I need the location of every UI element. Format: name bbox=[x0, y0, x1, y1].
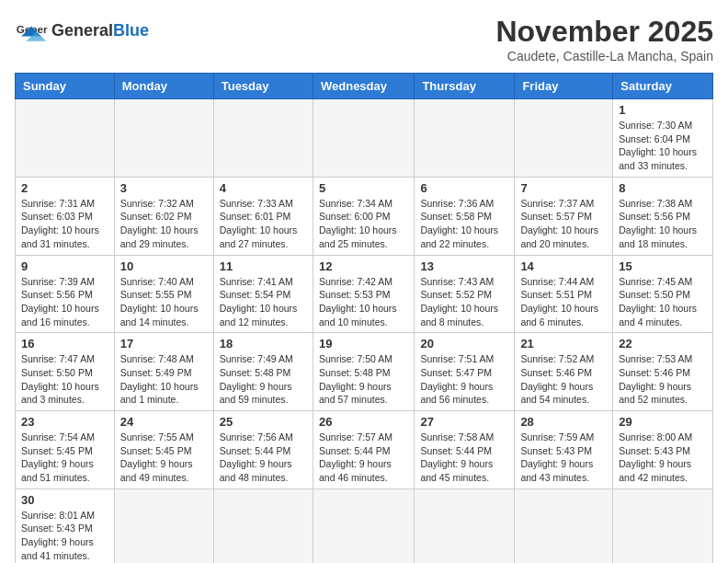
calendar-cell: 18Sunrise: 7:49 AM Sunset: 5:48 PM Dayli… bbox=[213, 333, 313, 411]
calendar-cell bbox=[16, 99, 115, 178]
day-info: Sunrise: 7:41 AM Sunset: 5:54 PM Dayligh… bbox=[220, 275, 307, 329]
title-area: November 2025 Caudete, Castille-La Manch… bbox=[495, 15, 713, 63]
calendar-cell bbox=[613, 488, 713, 563]
day-info: Sunrise: 7:42 AM Sunset: 5:53 PM Dayligh… bbox=[319, 275, 408, 329]
day-info: Sunrise: 7:49 AM Sunset: 5:48 PM Dayligh… bbox=[220, 352, 307, 407]
day-number: 13 bbox=[420, 259, 508, 273]
weekday-header-monday: Monday bbox=[114, 74, 213, 99]
day-number: 20 bbox=[420, 337, 508, 350]
day-number: 28 bbox=[520, 415, 607, 429]
calendar-cell bbox=[114, 99, 213, 178]
day-number: 12 bbox=[319, 259, 408, 273]
logo-blue: Blue bbox=[113, 21, 149, 40]
calendar-cell bbox=[313, 488, 414, 563]
day-number: 10 bbox=[120, 259, 208, 273]
day-number: 27 bbox=[420, 415, 508, 429]
day-info: Sunrise: 7:53 AM Sunset: 5:46 PM Dayligh… bbox=[619, 352, 707, 407]
day-number: 2 bbox=[21, 181, 108, 195]
day-info: Sunrise: 7:58 AM Sunset: 5:44 PM Dayligh… bbox=[420, 431, 508, 485]
day-info: Sunrise: 7:36 AM Sunset: 5:58 PM Dayligh… bbox=[420, 197, 508, 251]
day-info: Sunrise: 7:32 AM Sunset: 6:02 PM Dayligh… bbox=[120, 197, 208, 251]
calendar-cell: 13Sunrise: 7:43 AM Sunset: 5:52 PM Dayli… bbox=[415, 255, 515, 333]
day-info: Sunrise: 7:59 AM Sunset: 5:43 PM Dayligh… bbox=[520, 431, 607, 485]
day-info: Sunrise: 7:48 AM Sunset: 5:49 PM Dayligh… bbox=[120, 352, 208, 407]
day-number: 9 bbox=[21, 259, 108, 273]
day-info: Sunrise: 7:44 AM Sunset: 5:51 PM Dayligh… bbox=[520, 275, 607, 329]
calendar-cell bbox=[415, 99, 515, 178]
calendar-cell: 1Sunrise: 7:30 AM Sunset: 6:04 PM Daylig… bbox=[613, 99, 713, 178]
month-title: November 2025 bbox=[495, 15, 713, 49]
weekday-header-friday: Friday bbox=[515, 74, 613, 99]
day-info: Sunrise: 7:54 AM Sunset: 5:45 PM Dayligh… bbox=[21, 431, 108, 485]
day-number: 11 bbox=[220, 259, 307, 273]
day-number: 21 bbox=[520, 337, 607, 350]
calendar-cell: 16Sunrise: 7:47 AM Sunset: 5:50 PM Dayli… bbox=[16, 333, 115, 411]
day-number: 18 bbox=[220, 337, 307, 350]
weekday-header-thursday: Thursday bbox=[415, 74, 515, 99]
day-info: Sunrise: 8:00 AM Sunset: 5:43 PM Dayligh… bbox=[619, 431, 707, 485]
day-info: Sunrise: 7:45 AM Sunset: 5:50 PM Dayligh… bbox=[619, 275, 707, 329]
calendar-cell: 27Sunrise: 7:58 AM Sunset: 5:44 PM Dayli… bbox=[415, 411, 515, 489]
day-number: 19 bbox=[319, 337, 408, 350]
calendar-cell: 26Sunrise: 7:57 AM Sunset: 5:44 PM Dayli… bbox=[313, 411, 414, 489]
day-number: 17 bbox=[120, 337, 208, 350]
calendar-week-2: 9Sunrise: 7:39 AM Sunset: 5:56 PM Daylig… bbox=[16, 255, 713, 333]
day-info: Sunrise: 7:34 AM Sunset: 6:00 PM Dayligh… bbox=[319, 197, 408, 251]
day-number: 15 bbox=[619, 259, 707, 273]
day-info: Sunrise: 7:51 AM Sunset: 5:47 PM Dayligh… bbox=[420, 352, 508, 407]
calendar-cell bbox=[515, 488, 613, 563]
weekday-header-wednesday: Wednesday bbox=[313, 74, 414, 99]
weekday-header-sunday: Sunday bbox=[16, 74, 115, 99]
calendar-cell: 6Sunrise: 7:36 AM Sunset: 5:58 PM Daylig… bbox=[415, 177, 515, 255]
calendar-week-3: 16Sunrise: 7:47 AM Sunset: 5:50 PM Dayli… bbox=[16, 333, 713, 411]
calendar-cell: 4Sunrise: 7:33 AM Sunset: 6:01 PM Daylig… bbox=[213, 177, 313, 255]
calendar-cell bbox=[515, 99, 613, 178]
calendar-cell: 30Sunrise: 8:01 AM Sunset: 5:43 PM Dayli… bbox=[16, 488, 115, 563]
day-info: Sunrise: 7:30 AM Sunset: 6:04 PM Dayligh… bbox=[619, 119, 707, 173]
calendar-cell: 19Sunrise: 7:50 AM Sunset: 5:48 PM Dayli… bbox=[313, 333, 414, 411]
location-subtitle: Caudete, Castille-La Mancha, Spain bbox=[495, 49, 713, 63]
day-number: 7 bbox=[520, 181, 607, 195]
day-info: Sunrise: 7:38 AM Sunset: 5:56 PM Dayligh… bbox=[619, 197, 707, 251]
calendar-cell: 28Sunrise: 7:59 AM Sunset: 5:43 PM Dayli… bbox=[515, 411, 613, 489]
day-number: 1 bbox=[619, 103, 707, 117]
day-number: 6 bbox=[420, 181, 508, 195]
day-number: 25 bbox=[220, 415, 307, 429]
calendar-week-1: 2Sunrise: 7:31 AM Sunset: 6:03 PM Daylig… bbox=[16, 177, 713, 255]
calendar-cell: 8Sunrise: 7:38 AM Sunset: 5:56 PM Daylig… bbox=[613, 177, 713, 255]
day-number: 5 bbox=[319, 181, 408, 195]
calendar-week-0: 1Sunrise: 7:30 AM Sunset: 6:04 PM Daylig… bbox=[16, 99, 713, 178]
day-info: Sunrise: 7:33 AM Sunset: 6:01 PM Dayligh… bbox=[220, 197, 307, 251]
day-number: 23 bbox=[21, 415, 108, 429]
calendar-cell: 12Sunrise: 7:42 AM Sunset: 5:53 PM Dayli… bbox=[313, 255, 414, 333]
calendar-cell: 2Sunrise: 7:31 AM Sunset: 6:03 PM Daylig… bbox=[16, 177, 115, 255]
calendar-cell: 20Sunrise: 7:51 AM Sunset: 5:47 PM Dayli… bbox=[415, 333, 515, 411]
day-number: 3 bbox=[120, 181, 208, 195]
day-info: Sunrise: 7:57 AM Sunset: 5:44 PM Dayligh… bbox=[319, 431, 408, 485]
calendar-cell: 14Sunrise: 7:44 AM Sunset: 5:51 PM Dayli… bbox=[515, 255, 613, 333]
calendar-cell: 15Sunrise: 7:45 AM Sunset: 5:50 PM Dayli… bbox=[613, 255, 713, 333]
day-number: 30 bbox=[21, 493, 108, 507]
weekday-header-row: SundayMondayTuesdayWednesdayThursdayFrid… bbox=[16, 74, 713, 99]
calendar-week-5: 30Sunrise: 8:01 AM Sunset: 5:43 PM Dayli… bbox=[16, 488, 713, 563]
day-number: 4 bbox=[220, 181, 307, 195]
calendar-cell: 29Sunrise: 8:00 AM Sunset: 5:43 PM Dayli… bbox=[613, 411, 713, 489]
calendar-cell: 5Sunrise: 7:34 AM Sunset: 6:00 PM Daylig… bbox=[313, 177, 414, 255]
day-info: Sunrise: 7:47 AM Sunset: 5:50 PM Dayligh… bbox=[21, 352, 108, 407]
day-info: Sunrise: 7:39 AM Sunset: 5:56 PM Dayligh… bbox=[21, 275, 108, 329]
day-info: Sunrise: 8:01 AM Sunset: 5:43 PM Dayligh… bbox=[21, 509, 108, 563]
day-info: Sunrise: 7:52 AM Sunset: 5:46 PM Dayligh… bbox=[520, 352, 607, 407]
day-info: Sunrise: 7:55 AM Sunset: 5:45 PM Dayligh… bbox=[120, 431, 208, 485]
calendar-cell: 21Sunrise: 7:52 AM Sunset: 5:46 PM Dayli… bbox=[515, 333, 613, 411]
calendar-cell: 24Sunrise: 7:55 AM Sunset: 5:45 PM Dayli… bbox=[114, 411, 213, 489]
logo: General GeneralBlue bbox=[15, 15, 149, 48]
calendar-cell: 17Sunrise: 7:48 AM Sunset: 5:49 PM Dayli… bbox=[114, 333, 213, 411]
day-info: Sunrise: 7:43 AM Sunset: 5:52 PM Dayligh… bbox=[420, 275, 508, 329]
day-info: Sunrise: 7:40 AM Sunset: 5:55 PM Dayligh… bbox=[120, 275, 208, 329]
page-header: General GeneralBlue November 2025 Caudet… bbox=[15, 15, 713, 63]
calendar-cell: 9Sunrise: 7:39 AM Sunset: 5:56 PM Daylig… bbox=[16, 255, 115, 333]
logo-general: General bbox=[51, 21, 113, 40]
calendar-cell bbox=[313, 99, 414, 178]
calendar-cell: 11Sunrise: 7:41 AM Sunset: 5:54 PM Dayli… bbox=[213, 255, 313, 333]
day-number: 22 bbox=[619, 337, 707, 350]
